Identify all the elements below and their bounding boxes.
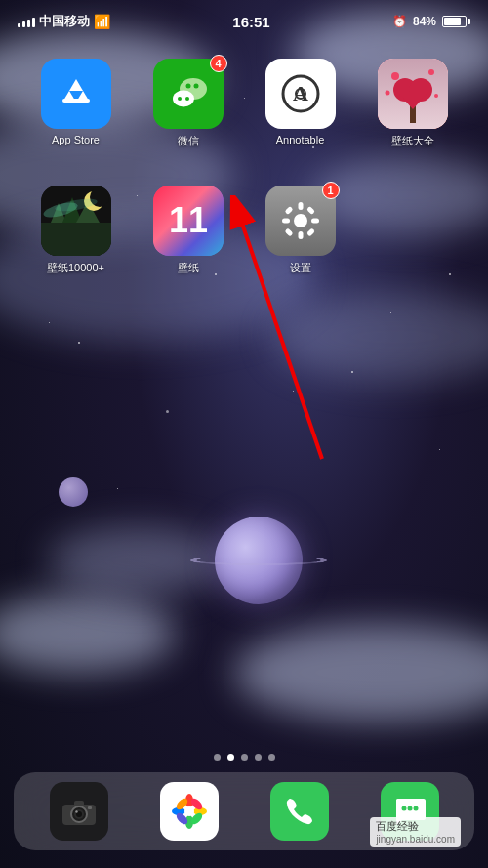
page-dot-2 <box>227 754 234 761</box>
battery-percent: 84% <box>413 15 436 28</box>
svg-text:11: 11 <box>168 200 207 240</box>
svg-rect-0 <box>62 99 90 103</box>
app-wechat-icon-wrap: 4 <box>153 59 224 129</box>
app-annotable-icon: A <box>265 59 336 129</box>
dock-phone-icon <box>270 782 329 841</box>
empty-slot <box>356 186 468 275</box>
dock-phone[interactable] <box>270 782 329 841</box>
svg-rect-48 <box>88 806 92 809</box>
app-grid: App Store 4 微信 A <box>0 49 488 158</box>
small-bubble <box>59 477 88 507</box>
dock-camera[interactable] <box>50 782 108 841</box>
svg-point-3 <box>193 84 198 89</box>
svg-rect-36 <box>284 206 293 215</box>
app-annotable[interactable]: A Annotable <box>244 59 356 148</box>
planet-ring <box>190 556 327 565</box>
dock-camera-icon <box>50 782 108 841</box>
svg-point-47 <box>75 810 77 812</box>
app-wallpaper10k-icon <box>41 186 111 256</box>
svg-point-31 <box>294 214 307 227</box>
planet-body <box>215 517 303 604</box>
app-wallpaper11-icon: 11 <box>153 186 224 256</box>
page-dot-1 <box>214 754 221 761</box>
svg-rect-21 <box>41 223 111 256</box>
page-dots <box>0 754 488 761</box>
svg-point-5 <box>178 97 182 101</box>
svg-point-18 <box>385 91 389 96</box>
svg-point-60 <box>401 806 406 811</box>
app-settings[interactable]: 1 设置 <box>244 186 356 275</box>
app-wallpaper-all-icon <box>378 59 448 129</box>
planet <box>215 517 303 604</box>
status-right: ⏰ 84% <box>392 15 470 28</box>
app-wallpaper11-label: 壁纸 <box>178 261 199 275</box>
app-appstore-label: App Store <box>52 134 100 145</box>
svg-rect-38 <box>284 227 293 236</box>
app-grid-row2: 壁纸10000+ 11 壁纸 <box>0 176 488 285</box>
status-bar: 中国移动 📶 16:51 ⏰ 84% <box>0 0 488 43</box>
svg-rect-34 <box>282 219 290 224</box>
app-settings-icon-wrap: 1 <box>265 186 336 256</box>
battery-indicator <box>442 16 470 27</box>
app-wallpaper-all-icon-wrap <box>378 59 448 129</box>
app-settings-badge: 1 <box>322 182 340 199</box>
app-annotable-icon-wrap: A <box>265 59 336 129</box>
svg-point-17 <box>428 69 434 75</box>
svg-point-2 <box>185 84 190 89</box>
watermark: 百度经验 jingyan.baidu.com <box>370 817 461 847</box>
app-annotable-label: Annotable <box>276 134 325 145</box>
page-dot-5 <box>268 754 275 761</box>
app-wechat-badge: 4 <box>210 55 227 72</box>
app-wallpaper-all-label: 壁纸大全 <box>391 134 434 148</box>
svg-point-59 <box>184 806 194 816</box>
app-wechat-label: 微信 <box>178 134 199 148</box>
watermark-url: jingyan.baidu.com <box>376 834 455 845</box>
app-wallpaper-all[interactable]: 壁纸大全 <box>356 59 468 148</box>
svg-rect-37 <box>305 206 314 215</box>
app-wallpaper11[interactable]: 11 壁纸 <box>132 186 244 275</box>
app-appstore-icon <box>41 59 111 129</box>
svg-rect-39 <box>305 227 314 236</box>
signal-icon <box>18 16 35 27</box>
svg-rect-33 <box>298 231 303 239</box>
svg-point-6 <box>185 97 189 101</box>
page-dot-3 <box>241 754 248 761</box>
svg-rect-35 <box>311 219 319 224</box>
page-dot-4 <box>255 754 262 761</box>
app-wallpaper10k-label: 壁纸10000+ <box>47 261 104 275</box>
app-settings-label: 设置 <box>290 261 311 275</box>
status-left: 中国移动 📶 <box>18 13 110 30</box>
app-wallpaper11-icon-wrap: 11 <box>153 186 224 256</box>
svg-point-61 <box>407 806 412 811</box>
svg-rect-32 <box>298 202 303 210</box>
alarm-icon: ⏰ <box>392 15 407 28</box>
app-appstore[interactable]: App Store <box>20 59 132 148</box>
dock-photos-icon <box>160 782 219 841</box>
svg-point-4 <box>173 91 194 107</box>
app-appstore-icon-wrap <box>41 59 111 129</box>
svg-point-19 <box>434 94 438 98</box>
app-wechat[interactable]: 4 微信 <box>132 59 244 148</box>
watermark-text: 百度经验 <box>376 820 419 832</box>
dock-photos[interactable] <box>160 782 219 841</box>
clock: 16:51 <box>232 14 269 30</box>
app-wallpaper10k-icon-wrap <box>41 186 111 256</box>
carrier-label: 中国移动 <box>39 13 90 30</box>
svg-point-62 <box>413 806 418 811</box>
app-wallpaper10k[interactable]: 壁纸10000+ <box>20 186 132 275</box>
wifi-icon: 📶 <box>94 14 110 29</box>
svg-point-16 <box>391 72 399 80</box>
